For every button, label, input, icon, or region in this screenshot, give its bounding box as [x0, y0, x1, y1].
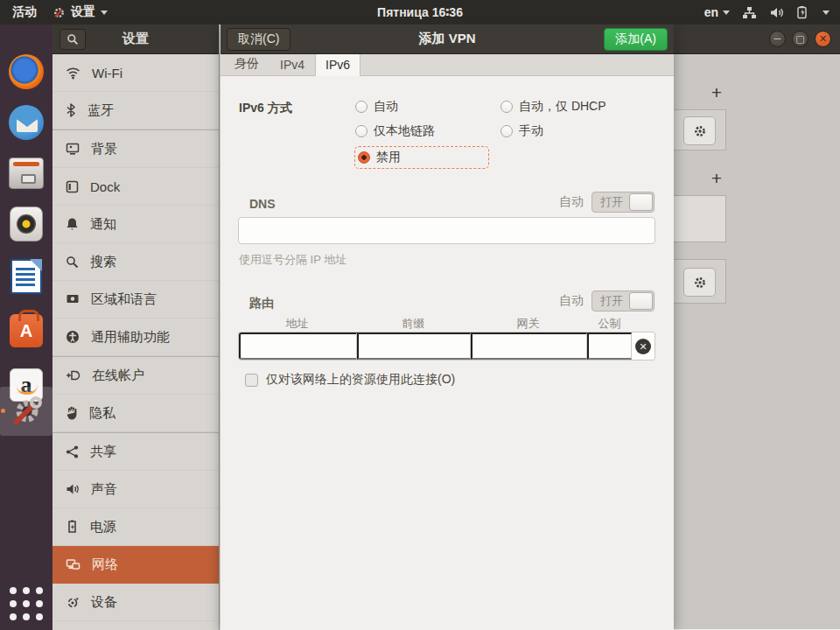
sidebar-item-wifi[interactable]: Wi-Fi	[52, 54, 219, 92]
sharing-icon	[66, 445, 79, 458]
add-button[interactable]: 添加(A)	[604, 28, 668, 51]
radio-label: 自动	[374, 99, 398, 115]
radio-label: 手动	[519, 123, 543, 139]
volume-icon[interactable]	[769, 6, 784, 19]
radio-checked-icon	[358, 151, 370, 164]
add-connection-plus-button[interactable]: +	[707, 168, 726, 189]
sidebar-item-search[interactable]: 搜索	[52, 243, 219, 281]
close-button[interactable]: ✕	[815, 31, 831, 47]
dock-item-settings[interactable]	[5, 390, 47, 432]
sidebar-item-label: Dock	[90, 179, 120, 194]
sidebar-item-label: 声音	[91, 481, 117, 498]
sidebar-item-region-language[interactable]: 区域和语言	[52, 281, 219, 318]
radio-disable[interactable]: 禁用	[355, 147, 488, 168]
bluetooth-icon	[66, 103, 76, 117]
radio-automatic-dhcp-only[interactable]: 自动，仅 DHCP	[500, 98, 640, 116]
dock: A a	[0, 24, 52, 630]
route-gateway-input[interactable]	[471, 332, 587, 360]
route-address-input[interactable]	[239, 332, 357, 360]
dns-label: DNS	[249, 197, 276, 211]
route-delete-button[interactable]: ✕	[632, 332, 654, 360]
dock-item-libreoffice[interactable]	[5, 256, 47, 298]
keyboard-layout-indicator[interactable]: en	[704, 5, 730, 19]
chevron-down-icon	[723, 10, 730, 15]
sidebar-item-devices[interactable]: 设备	[52, 584, 219, 621]
thunderbird-icon	[9, 105, 44, 140]
tab-ipv6[interactable]: IPv6	[315, 53, 360, 76]
maximize-button[interactable]: ▢	[792, 31, 808, 47]
show-applications-button[interactable]	[0, 581, 52, 626]
routes-automatic-switch[interactable]: 打开	[592, 290, 654, 312]
sidebar-item-network[interactable]: 网络	[52, 546, 219, 584]
column-header-address: 地址	[238, 316, 356, 332]
system-menu-chevron-icon[interactable]	[822, 10, 830, 15]
dialog-headerbar: 取消(C) 添加 VPN 添加(A)	[220, 24, 674, 54]
file-manager-icon	[9, 158, 44, 189]
app-menu-button[interactable]: 设置	[52, 4, 108, 20]
search-icon	[66, 33, 79, 46]
ubuntu-software-icon: A	[10, 314, 43, 347]
switch-knob	[629, 292, 653, 310]
dock-item-firefox[interactable]	[5, 51, 47, 93]
gear-icon	[693, 276, 707, 290]
sidebar-item-label: 背景	[91, 141, 117, 158]
sidebar-item-sharing[interactable]: 共享	[52, 433, 219, 471]
use-only-for-network-checkbox[interactable]: 仅对该网络上的资源使用此连接(O)	[245, 372, 455, 388]
tab-ipv4[interactable]: IPv4	[270, 53, 315, 75]
sidebar-item-notifications[interactable]: 通知	[52, 206, 219, 243]
activities-button[interactable]: 活动	[12, 4, 37, 20]
column-header-gateway: 网关	[470, 316, 586, 332]
sidebar-item-label: Wi-Fi	[92, 66, 122, 80]
radio-automatic[interactable]: 自动	[355, 98, 500, 116]
dock-item-rhythmbox[interactable]	[5, 203, 47, 245]
sidebar-title: 设置	[86, 31, 186, 47]
routes-table-row: ✕	[238, 332, 655, 360]
route-metric-input[interactable]	[587, 332, 632, 360]
sidebar-item-label: 在线帐户	[92, 368, 144, 384]
dns-automatic-switch[interactable]: 打开	[592, 192, 654, 213]
sidebar-item-background[interactable]: 背景	[52, 130, 219, 168]
delete-cross-icon: ✕	[635, 339, 651, 354]
settings-gear-icon	[8, 393, 45, 430]
switch-knob	[629, 193, 653, 211]
dock-item-software[interactable]: A	[5, 310, 47, 352]
search-icon	[66, 256, 79, 269]
add-vpn-plus-button[interactable]: +	[707, 82, 726, 103]
radio-link-local-only[interactable]: 仅本地链路	[355, 122, 500, 140]
column-header-metric: 公制	[586, 316, 633, 332]
cancel-button[interactable]: 取消(C)	[227, 28, 290, 51]
privacy-hand-icon	[66, 406, 78, 420]
dock-icon	[66, 180, 79, 193]
sidebar-item-dock[interactable]: Dock	[52, 168, 219, 206]
route-prefix-input[interactable]	[357, 332, 471, 360]
sidebar-item-label: 设备	[91, 594, 117, 611]
dock-item-files[interactable]	[5, 152, 47, 194]
rhythmbox-icon	[10, 206, 43, 242]
vpn-options-button[interactable]	[683, 116, 716, 145]
chevron-down-icon	[101, 10, 108, 15]
dns-input[interactable]	[238, 217, 655, 244]
checkbox-icon	[245, 374, 258, 387]
battery-icon[interactable]	[796, 6, 810, 19]
routes-automatic-control: 自动 打开	[559, 290, 654, 312]
radio-icon	[500, 125, 513, 137]
background-icon	[66, 143, 80, 155]
minimize-button[interactable]: ─	[769, 31, 786, 47]
checkbox-label: 仅对该网络上的资源使用此连接(O)	[266, 372, 455, 388]
sidebar-item-online-accounts[interactable]: s 在线帐户	[52, 357, 219, 395]
network-status-icon[interactable]	[742, 6, 757, 19]
sidebar-item-universal-access[interactable]: 通用辅助功能	[52, 318, 219, 356]
sidebar-item-label: 共享	[90, 444, 116, 460]
proxy-options-button[interactable]	[683, 268, 716, 297]
sidebar-item-sound[interactable]: 声音	[52, 471, 219, 508]
switch-on-label: 打开	[592, 293, 631, 309]
tab-identity[interactable]: 身份	[224, 52, 270, 75]
sidebar-item-power[interactable]: 电源	[52, 508, 219, 546]
dock-item-thunderbird[interactable]	[5, 102, 47, 144]
sidebar-item-bluetooth[interactable]: 蓝牙	[52, 92, 219, 130]
sidebar-item-label: 通知	[90, 216, 116, 233]
search-button[interactable]	[60, 29, 86, 50]
radio-manual[interactable]: 手动	[500, 122, 640, 140]
dns-automatic-label: 自动	[559, 194, 584, 210]
sidebar-item-privacy[interactable]: 隐私	[52, 395, 219, 432]
